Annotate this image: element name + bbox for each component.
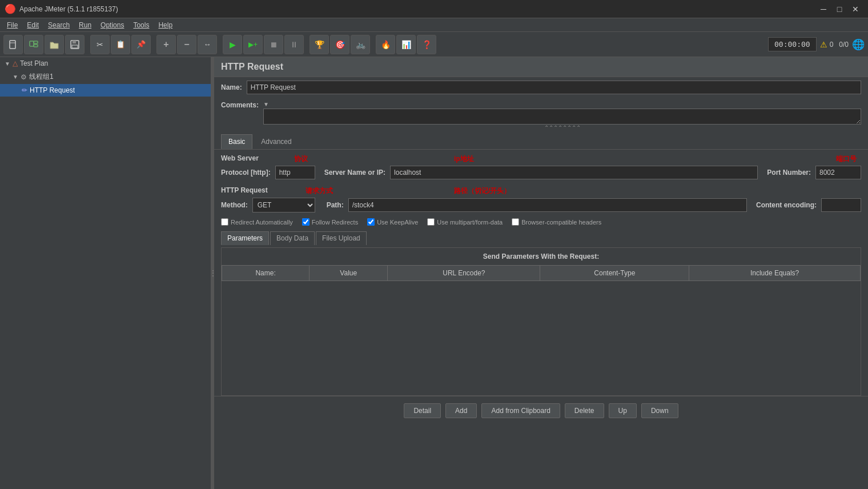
remove-toolbar-button[interactable]: − <box>177 35 196 54</box>
sub-tabs-bar: Parameters Body Data Files Upload <box>214 228 868 245</box>
start-button[interactable]: ▶ <box>223 35 242 54</box>
col-content-type: Content-Type <box>540 266 689 281</box>
tree-item-test-plan[interactable]: ▼ △ Test Plan <box>0 57 211 70</box>
path-input[interactable] <box>348 198 747 212</box>
maximize-button[interactable]: □ <box>831 3 847 15</box>
clear-button[interactable]: 🔥 <box>376 35 395 54</box>
app-icon: 🔴 <box>5 3 16 14</box>
empty-row <box>222 281 861 395</box>
toolbar: ✂ 📋 📌 + − ↔ ▶ ▶+ ⏹ ⏸ 🏆 🎯 🚲 🔥 📊 ❓ 00:00:0… <box>0 32 868 57</box>
save-button[interactable] <box>65 35 85 54</box>
server-label: Server Name or IP: <box>324 169 385 177</box>
port-input[interactable] <box>815 166 861 179</box>
menu-file[interactable]: File <box>2 20 22 30</box>
menu-tools[interactable]: Tools <box>128 20 154 30</box>
http-req-row: Method: GET POST PUT DELETE HEAD OPTIONS… <box>214 195 868 215</box>
remote-stop-button[interactable]: 🎯 <box>330 35 349 54</box>
sub-tab-body-data[interactable]: Body Data <box>270 231 315 245</box>
new-button[interactable] <box>3 35 23 54</box>
checkbox-browser-headers[interactable]: Browser-compatible headers <box>512 218 601 226</box>
paste-button[interactable]: 📌 <box>131 35 151 54</box>
tree-panel: ▼ △ Test Plan ▼ ⚙ 线程组1 ✏ HTTP Request <box>0 57 211 489</box>
tree-toggle-test-plan: ▼ <box>5 61 10 67</box>
menu-search[interactable]: Search <box>43 20 74 30</box>
shutdown-button[interactable]: ⏸ <box>284 35 304 54</box>
detail-button[interactable]: Detail <box>404 403 441 418</box>
up-button[interactable]: Up <box>609 403 637 418</box>
tree-item-thread-group[interactable]: ▼ ⚙ 线程组1 <box>0 70 211 84</box>
down-button[interactable]: Down <box>641 403 678 418</box>
path-annotation: 路径（切记/开头） <box>454 186 511 196</box>
stop-button[interactable]: ⏹ <box>264 35 283 54</box>
sub-tab-parameters[interactable]: Parameters <box>221 231 269 245</box>
tab-advanced[interactable]: Advanced <box>254 134 299 149</box>
method-annotation: 请求方式 <box>306 186 333 196</box>
tree-label-test-plan: Test Plan <box>20 59 48 67</box>
tree-icon-thread-group: ⚙ <box>21 73 27 81</box>
remote-start-button[interactable]: 🏆 <box>310 35 329 54</box>
menu-options[interactable]: Options <box>96 20 128 30</box>
sub-tab-files-upload[interactable]: Files Upload <box>316 231 367 245</box>
encoding-input[interactable] <box>821 198 861 212</box>
checkbox-redirect-auto[interactable]: Redirect Automatically <box>221 218 293 226</box>
web-server-section-label: Web Server 协议 ip地址 端口号 <box>214 153 868 163</box>
menu-help[interactable]: Help <box>154 20 177 30</box>
col-url-encode: URL Encode? <box>388 266 540 281</box>
redirect-auto-checkbox[interactable] <box>221 218 228 226</box>
open-button[interactable] <box>45 35 64 54</box>
globe-icon: 🌐 <box>852 38 865 51</box>
path-label: Path: <box>327 201 344 209</box>
collapse-arrow[interactable]: ▼ <box>263 101 269 107</box>
expand-button[interactable]: ↔ <box>198 35 217 54</box>
menu-run[interactable]: Run <box>74 20 96 30</box>
main-layout: ▼ △ Test Plan ▼ ⚙ 线程组1 ✏ HTTP Request HT… <box>0 57 868 489</box>
checkbox-multipart[interactable]: Use multipart/form-data <box>427 218 503 226</box>
elapsed-time: 00:00:00 <box>768 37 817 51</box>
add-button[interactable]: Add <box>445 403 477 418</box>
comments-textarea[interactable] <box>263 109 861 125</box>
params-table-title: Send Parameters With the Request: <box>222 248 861 265</box>
delete-button[interactable]: Delete <box>565 403 604 418</box>
protocol-input[interactable] <box>275 166 315 179</box>
server-input[interactable] <box>390 166 758 179</box>
params-table-wrapper: Send Parameters With the Request: Name: … <box>214 247 868 396</box>
checkbox-follow-redirects[interactable]: Follow Redirects <box>302 218 358 226</box>
svg-rect-2 <box>30 41 34 46</box>
col-name: Name: <box>222 266 310 281</box>
resize-hint: ⌃⌃⌃⌃⌃⌃⌃⌃ <box>263 125 861 131</box>
method-select[interactable]: GET POST PUT DELETE HEAD OPTIONS PATCH T… <box>252 198 315 213</box>
add-toolbar-button[interactable]: + <box>156 35 176 54</box>
minimize-button[interactable]: ─ <box>815 3 831 15</box>
browser-headers-checkbox[interactable] <box>512 218 519 226</box>
name-row: Name: <box>214 77 868 98</box>
multipart-checkbox[interactable] <box>427 218 435 226</box>
tab-basic[interactable]: Basic <box>221 134 252 149</box>
checkbox-keepalive[interactable]: Use KeepAlive <box>367 218 418 226</box>
templates-button[interactable] <box>24 35 43 54</box>
keepalive-checkbox[interactable] <box>367 218 375 226</box>
tree-label-thread-group: 线程组1 <box>29 72 54 82</box>
copy-button[interactable]: 📋 <box>111 35 130 54</box>
results-button[interactable]: 📊 <box>396 35 416 54</box>
cut-button[interactable]: ✂ <box>90 35 110 54</box>
menu-edit[interactable]: Edit <box>22 20 43 30</box>
follow-redirects-checkbox[interactable] <box>302 218 310 226</box>
add-clipboard-button[interactable]: Add from Clipboard <box>481 403 560 418</box>
name-input[interactable] <box>247 81 861 94</box>
start-no-pause-button[interactable]: ▶+ <box>243 35 263 54</box>
content-panel: HTTP Request Name: Comments: ▼ ⌃⌃⌃⌃⌃⌃⌃⌃ <box>214 57 868 489</box>
protocol-annotation: 协议 <box>294 154 308 164</box>
method-label: Method: <box>221 201 248 209</box>
checkboxes-row: Redirect Automatically Follow Redirects … <box>214 216 868 228</box>
tree-item-http-request[interactable]: ✏ HTTP Request <box>0 84 211 97</box>
close-button[interactable]: ✕ <box>847 3 863 15</box>
remote-shutdown-button[interactable]: 🚲 <box>351 35 370 54</box>
comments-label: Comments: <box>221 101 259 109</box>
http-request-section: HTTP Request 请求方式 路径（切记/开头） Method: GET … <box>214 183 868 216</box>
svg-rect-6 <box>73 41 76 43</box>
svg-rect-7 <box>72 45 78 48</box>
help-toolbar-button[interactable]: ❓ <box>417 35 436 54</box>
col-value: Value <box>310 266 388 281</box>
params-table-container: Send Parameters With the Request: Name: … <box>221 247 861 396</box>
app-title: Apache JMeter (5.1.1 r1855137) <box>19 5 815 13</box>
